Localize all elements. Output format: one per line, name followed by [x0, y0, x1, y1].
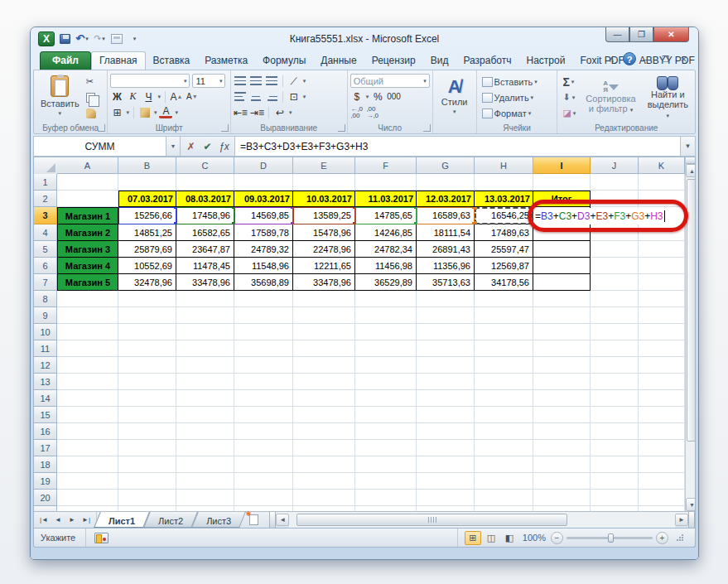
normal-view-button[interactable]: ⊞ — [465, 531, 481, 545]
scroll-up-icon[interactable]: ▲ — [686, 164, 696, 177]
horizontal-scroll-thumb[interactable] — [297, 514, 566, 526]
column-header-j[interactable]: J — [591, 157, 639, 174]
table-tool-button[interactable] — [109, 31, 124, 46]
decrease-decimal-button[interactable]: ,00→,0 — [366, 105, 379, 119]
cell-e2-date[interactable]: 10.03.2017 — [293, 191, 355, 207]
row-header-9[interactable]: 9 — [34, 307, 57, 324]
insert-cells-button[interactable]: Вставить▾ — [480, 75, 555, 89]
copy-button[interactable]: ▾ — [84, 90, 103, 104]
cell-a4-shop[interactable]: Магазин 2 — [57, 224, 118, 241]
wrap-text-button[interactable]: ↩ — [273, 105, 287, 119]
column-header-i[interactable]: I — [533, 157, 591, 174]
excel-logo-icon[interactable]: X — [38, 31, 55, 46]
restore-button[interactable]: ❐ — [629, 27, 653, 42]
format-cells-button[interactable]: Формат▾ — [480, 106, 555, 120]
horizontal-split-handle[interactable] — [688, 512, 695, 528]
tab-home[interactable]: Главная — [91, 51, 146, 70]
tab-page-layout[interactable]: Разметка — [197, 52, 255, 70]
font-name-combobox[interactable]: ▾ — [110, 74, 190, 88]
column-header-d[interactable]: D — [234, 157, 293, 174]
cell-c2-date[interactable]: 08.03.2017 — [176, 191, 234, 207]
row-header-21[interactable]: 21 — [34, 506, 57, 511]
bold-button[interactable]: Ж — [110, 89, 123, 104]
cell-b3[interactable]: 15256,66 — [118, 207, 176, 224]
orientation-button[interactable]: ⟋ — [287, 74, 301, 88]
column-header-a[interactable]: A — [57, 157, 118, 174]
align-right-button[interactable] — [265, 89, 278, 104]
sort-filter-button[interactable]: АЯ Сортировка и фильтр ▾ — [581, 73, 639, 123]
prev-sheet-icon[interactable]: ◄ — [51, 514, 65, 526]
scroll-down-icon[interactable]: ▼ — [686, 498, 696, 511]
row-header-5[interactable]: 5 — [34, 241, 57, 258]
row-header-2[interactable]: 2 — [34, 191, 57, 207]
vertical-split-handle[interactable] — [686, 157, 696, 164]
italic-button[interactable]: К — [126, 89, 139, 104]
cell-d3[interactable]: 14569,85 — [234, 207, 293, 224]
fill-color-button[interactable] — [138, 105, 152, 119]
clipboard-dialog-launcher[interactable] — [98, 124, 105, 132]
horizontal-scrollbar[interactable]: ◄ ► — [269, 512, 695, 528]
cell-a5-shop[interactable]: Магазин 3 — [57, 241, 118, 258]
cell-f3[interactable]: 14785,65 — [355, 207, 417, 224]
column-header-k[interactable]: K — [639, 157, 685, 174]
align-middle-button[interactable] — [249, 74, 263, 88]
column-header-f[interactable]: F — [355, 157, 417, 174]
row-header-3[interactable]: 3 — [34, 207, 57, 224]
row-header-18[interactable]: 18 — [34, 456, 57, 473]
cell-a7-shop[interactable]: Магазин 5 — [57, 274, 118, 291]
clear-button[interactable]: ◪▾ — [560, 106, 578, 120]
row-header-1[interactable]: 1 — [34, 174, 57, 191]
row-header-11[interactable]: 11 — [34, 340, 57, 357]
tab-file[interactable]: Файл — [40, 51, 91, 70]
customize-qat-button[interactable]: ▾ — [127, 31, 142, 46]
zoom-in-button[interactable]: + — [656, 532, 668, 544]
shrink-font-button[interactable]: А▼ — [186, 89, 199, 104]
insert-worksheet-button[interactable] — [243, 512, 264, 528]
tab-review[interactable]: Рецензир — [364, 52, 423, 70]
paste-button[interactable]: Вставить ▾ — [36, 73, 84, 120]
autosum-button[interactable]: Σ▾ — [560, 75, 578, 89]
tab-data[interactable]: Данные — [313, 52, 364, 70]
page-break-view-button[interactable]: ◧ — [501, 531, 518, 545]
zoom-level[interactable]: 100% — [523, 533, 546, 543]
increase-decimal-button[interactable]: ←,0,00 — [350, 105, 364, 119]
cell-b2-date[interactable]: 07.03.2017 — [118, 191, 176, 207]
column-header-b[interactable]: B — [118, 157, 176, 174]
tab-view[interactable]: Вид — [423, 52, 456, 70]
page-layout-view-button[interactable]: ◫ — [483, 531, 499, 545]
cell-g3[interactable]: 16589,63 — [417, 207, 475, 224]
scroll-right-icon[interactable]: ► — [675, 514, 688, 526]
tab-insert[interactable]: Вставка — [146, 52, 198, 70]
column-header-c[interactable]: C — [176, 157, 234, 174]
undo-button[interactable]: ↶▾ — [75, 31, 89, 46]
row-header-13[interactable]: 13 — [34, 374, 57, 390]
cut-button[interactable]: ✂ — [84, 75, 103, 89]
save-button[interactable] — [57, 31, 72, 46]
name-box-dropdown-icon[interactable]: ▼ — [166, 137, 181, 156]
sheet-tab-3[interactable]: Лист3 — [195, 512, 243, 528]
close-button[interactable]: ✕ — [653, 27, 689, 42]
row-header-4[interactable]: 4 — [34, 224, 57, 241]
grow-font-button[interactable]: А▲ — [170, 89, 183, 104]
underline-button[interactable]: Ч — [142, 89, 155, 104]
fill-button[interactable]: ⬇▾ — [560, 90, 578, 104]
delete-cells-button[interactable]: Удалить▾ — [480, 90, 555, 104]
tab-developer[interactable]: Разработч — [456, 52, 518, 70]
cell[interactable] — [57, 174, 118, 191]
row-header-19[interactable]: 19 — [34, 473, 57, 490]
number-format-combobox[interactable]: Общий▾ — [350, 74, 430, 88]
row-header-12[interactable]: 12 — [34, 357, 57, 374]
merge-center-button[interactable]: ⊡ — [287, 89, 301, 104]
row-header-6[interactable]: 6 — [34, 258, 57, 274]
cell-h2-date[interactable]: 13.03.2017 — [475, 191, 533, 207]
workbook-minimize-icon[interactable]: — — [640, 52, 654, 65]
percent-button[interactable]: % — [371, 89, 384, 104]
tab-addins[interactable]: Настрой — [518, 52, 572, 70]
zoom-track[interactable] — [566, 537, 653, 539]
find-select-button[interactable]: Найти и выделить ▾ — [644, 73, 692, 123]
select-all-corner[interactable] — [34, 157, 57, 174]
scroll-left-icon[interactable]: ◄ — [276, 514, 289, 526]
number-dialog-launcher[interactable] — [423, 124, 431, 132]
align-bottom-button[interactable] — [265, 74, 278, 88]
cell-a6-shop[interactable]: Магазин 4 — [57, 258, 118, 274]
